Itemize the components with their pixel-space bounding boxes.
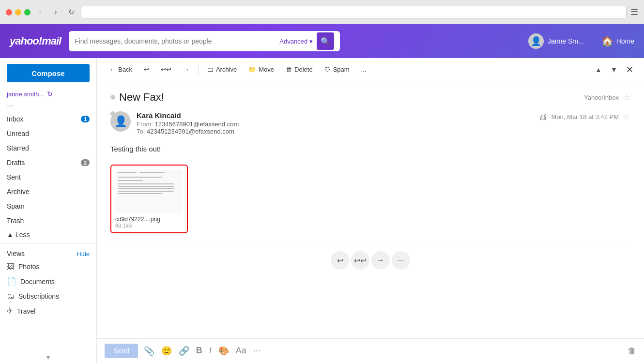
reply-all-button[interactable]: ↩↩ (156, 63, 176, 76)
travel-icon: ✈ (7, 306, 13, 316)
toolbar-right: ▲ ▼ ✕ (592, 63, 636, 76)
sidebar-item-drafts[interactable]: Drafts 2 (0, 155, 96, 170)
attachment-preview (115, 169, 183, 213)
home-button[interactable]: 🏠 Home (601, 35, 634, 47)
yahoo-mail-logo: yahoo!mail (10, 35, 61, 47)
next-email-button[interactable]: ▼ (607, 63, 621, 76)
bottom-reply-all-button[interactable]: ↩↩ (351, 251, 369, 270)
bottom-reply-button[interactable]: ↩ (331, 251, 349, 270)
compose-button[interactable]: Compose (7, 64, 90, 82)
inbox-badge: 1 (81, 116, 90, 122)
sidebar-item-subscriptions[interactable]: 🗂 Subscriptions (0, 289, 96, 303)
back-arrow-icon: ← (109, 66, 116, 73)
doc-line (118, 172, 137, 173)
doc-line (118, 193, 162, 194)
discard-icon[interactable]: 🗑 (628, 346, 636, 356)
documents-icon: 📄 (7, 277, 16, 286)
user-profile[interactable]: 👤 Janne Sm... (528, 33, 584, 49)
sender-from: From: 12345678901@efaxsend.com (137, 121, 533, 128)
search-input[interactable] (75, 37, 276, 45)
refresh-icon[interactable]: ↻ (47, 90, 53, 98)
email-star-icon[interactable]: ☆ (623, 111, 630, 122)
browser-forward-button[interactable]: › (50, 6, 61, 18)
user-name: Janne Sm... (548, 37, 584, 45)
email-viewer: ← Back ↩ ↩↩ → 🗃 Archive 📁 Move 🗑 (97, 58, 644, 363)
browser-menu-icon[interactable]: ☰ (630, 7, 638, 17)
traffic-lights (6, 9, 31, 15)
archive-icon: 🗃 (207, 66, 214, 73)
sidebar-item-inbox[interactable]: Inbox 1 (0, 112, 96, 126)
search-icon-button[interactable]: 🔍 (317, 32, 334, 50)
sidebar-item-sent[interactable]: Sent (0, 170, 96, 184)
browser-back-button[interactable]: ‹ (34, 6, 46, 18)
reply-all-icon: ↩↩ (161, 66, 171, 73)
close-email-button[interactable]: ✕ (623, 63, 636, 76)
print-icon[interactable]: 🖨 (539, 112, 548, 122)
reply-icon: ↩ (337, 256, 343, 265)
attachment-icon[interactable]: 📎 (144, 346, 154, 356)
bottom-more-button[interactable]: ··· (392, 251, 410, 270)
sidebar-item-documents[interactable]: 📄 Documents (0, 274, 96, 289)
email-body-text: Testing this out! (110, 145, 630, 153)
delete-button[interactable]: 🗑 Delete (281, 63, 318, 76)
advanced-search-button[interactable]: Advanced ▾ (279, 38, 313, 45)
font-size-icon[interactable]: Aa (236, 346, 246, 356)
email-inbox-path: Yahoo/Inbox (584, 94, 619, 101)
italic-icon[interactable]: I (209, 346, 212, 356)
forward-icon: → (377, 256, 384, 265)
sidebar-item-unread[interactable]: Unread (0, 126, 96, 141)
email-date: Mon, Mar 18 at 3:42 PM (552, 113, 619, 121)
drafts-badge: 2 (81, 159, 90, 166)
email-subject-row: New Fax! Yahoo/Inbox ☆ (110, 91, 630, 104)
subject-star-icon[interactable]: ☆ (623, 92, 630, 103)
bold-icon[interactable]: B (196, 346, 202, 356)
spam-icon: 🛡 (324, 66, 331, 73)
reply-compose-bar: Send 📎 🙂 🔗 B I 🎨 Aa ··· 🗑 (97, 338, 644, 363)
sender-avatar: 👤 (110, 111, 131, 132)
bottom-action-bar: ↩ ↩↩ → ··· (110, 245, 630, 275)
sidebar-scroll-down-icon: ▼ (46, 354, 51, 361)
main-layout: Compose janne.smith... ↻ ··· Inbox 1 Unr… (0, 58, 644, 363)
bottom-forward-button[interactable]: → (371, 251, 390, 270)
back-button[interactable]: ← Back (105, 63, 137, 76)
send-button[interactable]: Send (105, 344, 138, 358)
prev-email-button[interactable]: ▲ (592, 63, 605, 76)
minimize-traffic-light[interactable] (15, 9, 21, 15)
sidebar-item-archive[interactable]: Archive (0, 184, 96, 199)
less-button[interactable]: ▲ Less (0, 228, 96, 242)
doc-line (118, 188, 174, 189)
hide-views-button[interactable]: Hide (77, 250, 90, 257)
sidebar-item-photos[interactable]: 🖼 Photos (0, 259, 96, 274)
spam-button[interactable]: 🛡 Spam (320, 63, 354, 76)
sidebar-item-trash[interactable]: Trash (0, 213, 96, 228)
doc-line (118, 180, 143, 181)
more-formatting-icon[interactable]: ··· (253, 346, 261, 356)
sidebar-item-travel[interactable]: ✈ Travel (0, 303, 96, 318)
unread-indicator (110, 95, 115, 100)
attachment-item[interactable]: cd9d79222....png 83.1kB (110, 165, 188, 233)
sidebar-item-spam[interactable]: Spam (0, 199, 96, 213)
sidebar: Compose janne.smith... ↻ ··· Inbox 1 Unr… (0, 58, 97, 363)
sender-to: To: 423451234591@efaxsend.com (137, 128, 533, 135)
email-toolbar: ← Back ↩ ↩↩ → 🗃 Archive 📁 Move 🗑 (97, 58, 644, 81)
link-icon[interactable]: 🔗 (179, 346, 189, 356)
reply-toolbar-icons: 📎 🙂 🔗 B I 🎨 Aa ··· (144, 346, 261, 356)
archive-button[interactable]: 🗃 Archive (202, 63, 242, 76)
forward-button[interactable]: → (178, 63, 194, 76)
maximize-traffic-light[interactable] (24, 9, 31, 15)
avatar: 👤 (528, 33, 544, 49)
emoji-icon[interactable]: 🙂 (161, 346, 172, 356)
address-bar[interactable] (81, 6, 627, 18)
close-traffic-light[interactable] (6, 9, 12, 15)
titlebar: ‹ › ↻ ☰ (0, 0, 644, 24)
avatar-icon: 👤 (114, 115, 127, 128)
reply-all-icon: ↩↩ (354, 256, 367, 265)
reply-button[interactable]: ↩ (139, 63, 154, 76)
more-options-dots[interactable]: ··· (0, 100, 96, 112)
color-icon[interactable]: 🎨 (218, 346, 229, 356)
more-actions-button[interactable]: ... (356, 63, 371, 76)
reload-button[interactable]: ↻ (65, 6, 77, 18)
sidebar-item-starred[interactable]: Starred (0, 141, 96, 155)
move-button[interactable]: 📁 Move (244, 63, 279, 76)
sidebar-scroll: Inbox 1 Unread Starred Drafts 2 Sent Arc… (0, 112, 96, 352)
